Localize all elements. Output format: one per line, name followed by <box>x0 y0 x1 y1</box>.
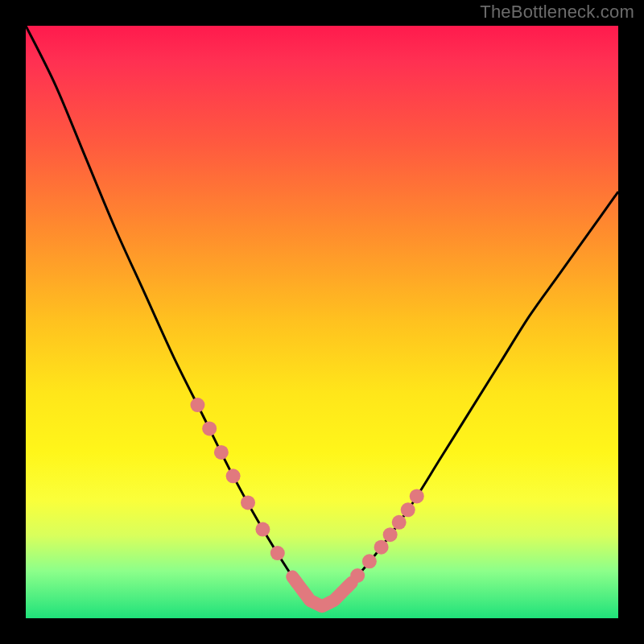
curve-svg <box>26 26 618 618</box>
curve-marker <box>350 568 365 583</box>
curve-marker <box>383 527 398 542</box>
curve-marker <box>410 489 424 503</box>
curve-marker <box>401 502 415 517</box>
curve-marker <box>241 495 255 510</box>
marker-group <box>190 398 423 583</box>
curve-marker <box>214 445 229 460</box>
curve-marker <box>255 522 270 537</box>
curve-marker <box>226 469 241 483</box>
outer-frame: TheBottleneck.com <box>0 0 644 644</box>
curve-marker <box>190 398 204 412</box>
curve-marker <box>202 421 217 436</box>
bottleneck-curve <box>26 26 618 606</box>
curve-marker <box>392 515 407 530</box>
curve-marker <box>270 546 285 560</box>
watermark-label: TheBottleneck.com <box>480 2 634 23</box>
curve-marker <box>362 554 377 568</box>
plot-area <box>26 26 618 618</box>
curve-marker <box>374 540 389 555</box>
valley-highlight <box>292 576 352 606</box>
